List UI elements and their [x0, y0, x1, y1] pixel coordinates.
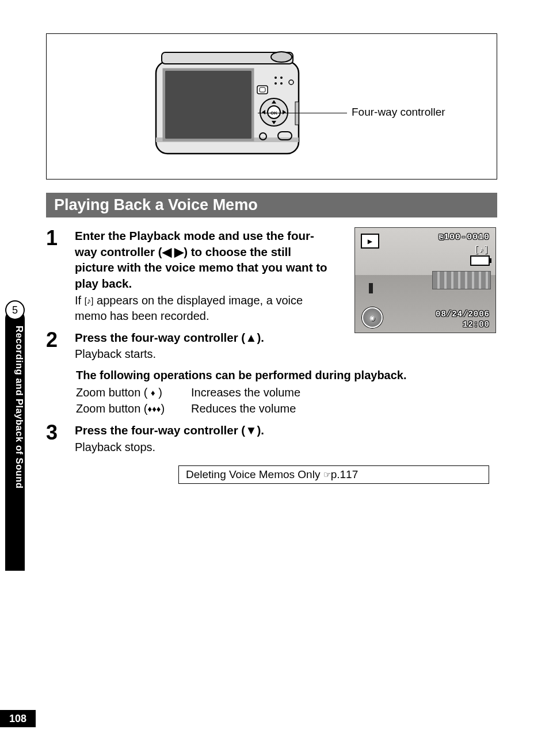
pointer-icon: ☞: [323, 469, 331, 479]
svg-rect-18: [295, 102, 299, 125]
step-3-heading: Press the four-way controller (▼).: [75, 422, 497, 438]
battery-icon: [470, 255, 490, 266]
step-2-sub: Playback starts.: [75, 346, 497, 362]
page-number: 108: [0, 710, 36, 727]
cross-reference: Deleting Voice Memos Only ☞p.117: [178, 465, 489, 484]
operations-heading: The following operations can be performe…: [76, 368, 497, 384]
callout-line: [258, 113, 347, 113]
lcd-date: 08/24/2006: [436, 310, 490, 319]
voice-memo-inline-icon: [♪]: [85, 296, 94, 306]
step-3: 3 Press the four-way controller (▼). Pla…: [46, 422, 497, 455]
playback-mode-icon: ▶: [361, 234, 379, 249]
folder-number: ⎘100-0010: [439, 232, 490, 242]
svg-point-3: [271, 52, 292, 62]
svg-point-8: [274, 77, 277, 79]
step-number: 1: [46, 228, 75, 249]
camera-illustration: OK: [150, 44, 311, 171]
operation-row-1: Zoom button ( ♦ ) Increases the volume: [76, 385, 497, 401]
svg-point-10: [274, 82, 277, 85]
step-3-sub: Playback stops.: [75, 440, 497, 455]
zoom-out-icon: ♦♦♦: [148, 404, 161, 414]
voice-memo-icon: [♪]: [474, 245, 489, 254]
step-2: 2 Press the four-way controller (▲). Pla…: [46, 330, 497, 362]
speaker-icon: ◉: [362, 307, 383, 328]
illustration-box: OK Four-way controller: [46, 33, 497, 180]
step-number: 3: [46, 422, 75, 443]
lcd-time: 12:00: [463, 320, 490, 329]
step-1-sub: If [♪] appears on the displayed image, a…: [75, 293, 328, 324]
svg-point-11: [280, 82, 283, 85]
svg-rect-4: [165, 71, 251, 139]
chapter-label: Recording and Playback of Sound: [5, 323, 25, 488]
operation-row-2: Zoom button (♦♦♦) Reduces the volume: [76, 401, 497, 417]
svg-rect-6: [257, 86, 268, 94]
chapter-tab: 5 Recording and Playback of Sound: [0, 300, 24, 576]
lcd-preview: ▶ ⎘100-0010 [♪] ◉ 08/24/2006 12:00: [354, 227, 496, 333]
zoom-in-icon: ♦: [151, 388, 155, 398]
chapter-number: 5: [5, 300, 25, 320]
operations-block: The following operations can be performe…: [76, 368, 497, 417]
callout-label: Four-way controller: [352, 106, 445, 119]
section-title: Playing Back a Voice Memo: [46, 193, 497, 217]
step-number: 2: [46, 330, 75, 350]
step-1-heading: Enter the Playback mode and use the four…: [75, 228, 328, 292]
svg-point-9: [280, 77, 283, 79]
